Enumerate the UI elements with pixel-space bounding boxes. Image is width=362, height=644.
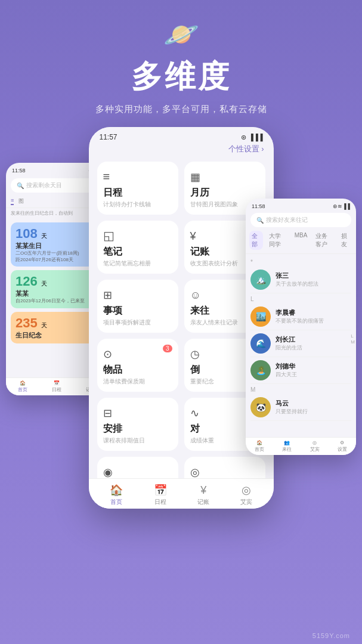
tab-college[interactable]: 大学同学 [267,231,289,250]
contact-zhangsan[interactable]: 🏔️ 张三 关于去放羊的想法 [250,267,351,293]
contact-liudehua[interactable]: 🏝️ 刘德华 四大天王 [250,357,351,384]
right-contacts-label: 来往 [282,446,292,453]
right-settings-label: 设置 [338,446,347,453]
schedule-nav-label: 日程 [154,498,166,506]
section-star: * [250,259,351,265]
ai-card-icon [190,464,259,479]
right-bottom-nav: 🏠 首页 👥 来往 ◎ 艾宾 ⚙ 设置 [246,437,356,455]
task-card-icon [103,287,172,302]
contact-liuchangjiang[interactable]: 🌊 刘长江 阳光的生活 [250,330,351,357]
alpha-l: L [351,333,355,339]
item-card-title: 物品 [103,364,172,376]
note-card-subtitle: 笔记简笔画忘相册 [103,259,172,268]
main-nav-ai[interactable]: ◎ 艾宾 [240,484,252,506]
main-nav-home[interactable]: 🏠 首页 [110,484,123,506]
alpha-index: L M [351,333,355,345]
status-zhangsan: 关于去放羊的想法 [276,280,351,288]
item-card-badge: 3 [163,345,172,352]
arrange-card-subtitle: 课程表排期值日 [103,436,172,445]
main-status-bar: 11:57 ⊛ ▐▐▐ [89,127,274,144]
left-nav-home-label: 首页 [18,386,27,393]
task-card-title: 事项 [103,305,172,317]
main-title: 多维度 [0,56,362,98]
name-mayun: 马云 [276,399,351,408]
contacts-tabs: 全部 大学同学 MBA 业务客户 损友 [246,231,356,254]
schedule-icon: 📅 [54,380,60,386]
right-contacts-icon: 👥 [284,440,290,445]
wifi-icon: ⊛ [241,134,246,141]
feature-card-task[interactable]: 事项 项目事项拆解进度 [97,280,178,333]
tab-friends[interactable]: 损友 [339,231,352,250]
countdown-unit-3: 天 [41,322,47,329]
avatar-zhangsan: 🏔️ [250,270,271,290]
contact-mayun[interactable]: 🐼 马云 只要坚持就行 [250,394,351,421]
countdown-number-235: 235 [16,315,38,330]
calendar-card-title: 月历 [190,187,259,199]
left-tab-chart[interactable]: 图 [18,197,24,205]
right-search-placeholder: 搜索好友来往记 [266,216,308,224]
main-bottom-nav: 🏠 首页 📅 日程 ¥ 记账 ◎ 艾宾 [89,478,274,509]
task-card-subtitle: 项目事项拆解进度 [103,318,172,327]
item-card-icon [103,346,172,361]
search-icon: 🔍 [17,182,24,189]
left-nav-schedule[interactable]: 📅 日程 [52,380,61,393]
ledger-nav-label: 记账 [197,498,209,506]
right-search-bar[interactable]: 🔍 搜索好友来往记 [250,213,351,227]
right-home-label: 首页 [255,446,264,453]
main-nav-ledger[interactable]: ¥ 记账 [197,484,209,506]
status-liuchangjiang: 阳光的生活 [276,344,351,352]
info-liuchangjiang: 刘长江 阳光的生活 [276,335,351,352]
contacts-list: * 🏔️ 张三 关于去放羊的想法 L 🏙️ 李晨睿 不要装不装的很痛苦 🌊 [246,254,356,423]
subtitle: 多种实用功能，多平台可用，私有云存储 [0,104,362,115]
countdown-desc-1: 二OO五年六月廿一(距前18周)距2024年07月26还有108天 [16,250,98,263]
contact-lichenrui[interactable]: 🏙️ 李晨睿 不要装不装的很痛苦 [250,304,351,330]
right-ai-icon: ◎ [313,440,317,445]
schedule-card-icon [103,169,172,184]
home-icon: 🏠 [20,380,26,386]
status-lichenrui: 不要装不装的很痛苦 [276,317,351,325]
ai-nav-label: 艾宾 [240,498,252,506]
feature-grid: 日程 计划待办打卡线轴 月历 甘特图月视图四象 笔记 笔记简笔画忘相册 记账 [97,162,265,509]
name-lichenrui: 李晨睿 [276,308,351,317]
feature-card-item[interactable]: 物品 清单续费保质期 3 [97,339,178,392]
tab-mba[interactable]: MBA [292,231,310,250]
feature-card-arrange[interactable]: 安排 课程表排期值日 [97,398,178,451]
status-liudehua: 四大天王 [276,371,351,379]
app-header: 🪐 多维度 多种实用功能，多平台可用，私有云存储 [0,0,362,115]
right-ai-label: 艾宾 [310,446,320,453]
section-l: L [250,296,351,302]
feature-card-schedule[interactable]: 日程 计划待办打卡线轴 [97,162,178,215]
tab-biz[interactable]: 业务客户 [313,231,335,250]
info-lichenrui: 李晨睿 不要装不装的很痛苦 [276,308,351,325]
note-card-title: 笔记 [103,246,172,258]
countdown-name-2: 某某 [16,289,98,298]
main-nav-schedule[interactable]: 📅 日程 [154,484,167,506]
name-zhangsan: 张三 [276,271,351,280]
main-status-icons: ⊛ ▐▐▐ [241,134,262,141]
right-status-icons: ⊛≋▐▐ [333,203,350,209]
right-nav-contacts[interactable]: 👥 来往 [282,440,292,453]
schedule-card-subtitle: 计划待办打卡线轴 [103,200,172,209]
countdown-desc-2: 自2023年12月06日至今，已来至 [16,298,98,304]
watermark: 5159Y.com [313,632,350,639]
right-status-bar: 11:58 ⊛≋▐▐ [246,199,356,212]
countdown-number-126: 126 [16,274,38,289]
countdown-unit-2: 天 [41,280,47,287]
countdown-number-108: 108 [16,226,38,241]
feature-card-note[interactable]: 笔记 笔记简笔画忘相册 [97,221,178,274]
left-time: 11:58 [12,168,26,174]
status-mayun: 只要坚持就行 [276,408,351,416]
arrange-card-icon [103,405,172,420]
right-nav-settings[interactable]: ⚙ 设置 [338,440,347,453]
tab-all[interactable]: 全部 [249,231,263,250]
left-nav-home[interactable]: 🏠 首页 [18,380,27,393]
left-tab-list[interactable]: ≡ [11,197,14,205]
right-home-icon: 🏠 [256,440,262,445]
right-search-icon: 🔍 [256,217,264,224]
ai-nav-icon: ◎ [242,484,251,497]
left-nav-schedule-label: 日程 [52,386,61,393]
right-nav-home[interactable]: 🏠 首页 [255,440,264,453]
right-nav-ai[interactable]: ◎ 艾宾 [310,440,320,453]
personalization-link[interactable]: 个性设置 › [97,144,265,154]
avatar-liuchangjiang: 🌊 [250,333,271,354]
